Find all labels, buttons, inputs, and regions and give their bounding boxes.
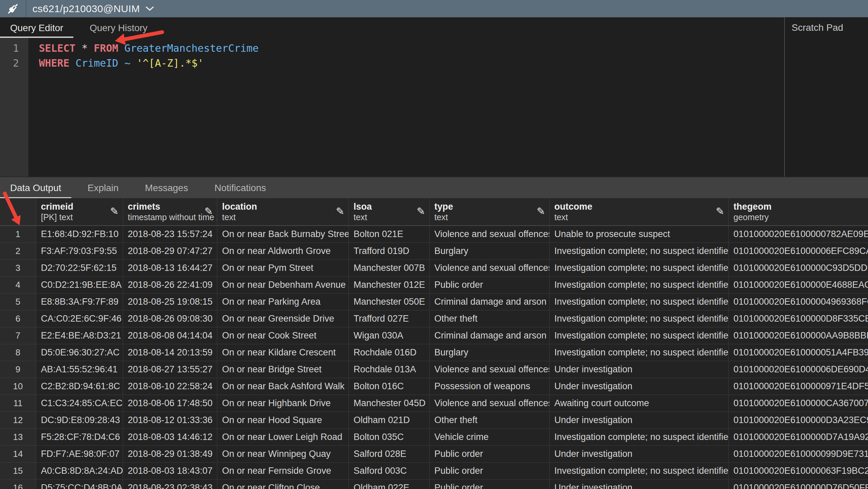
cell-lsoa[interactable]: Manchester 045D [349,395,430,412]
cell-lsoa[interactable]: Rochdale 016D [349,344,430,361]
cell-thegeom[interactable]: 0101000020E6100000D7A19A92AC23 [729,429,868,446]
cell-crimeid[interactable]: E2:E4:BE:A8:D3:21 [36,327,123,344]
row-number[interactable]: 10 [0,378,36,395]
cell-thegeom[interactable]: 0101000020E61000006DE690D442E9 [729,361,868,378]
cell-lsoa[interactable]: Salford 028E [349,446,430,463]
cell-lsoa[interactable]: Bolton 021E [349,226,430,243]
cell-lsoa[interactable]: Oldham 021D [349,412,430,429]
cell-location[interactable]: On or near Winnipeg Quay [217,446,349,463]
row-number[interactable]: 7 [0,327,36,344]
cell-type[interactable]: Criminal damage and arson [430,327,550,344]
cell-type[interactable]: Public order [430,463,550,480]
row-number[interactable]: 1 [0,226,36,243]
cell-outcome[interactable]: Under investigation [550,361,729,378]
cell-crimeid[interactable]: E1:68:4D:92:FB:10 [36,226,123,243]
cell-location[interactable]: On or near Bridge Street [217,361,349,378]
cell-location[interactable]: On or near Parking Area [217,294,349,310]
cell-lsoa[interactable]: Trafford 019D [349,243,430,260]
cell-crimeid[interactable]: AB:A1:55:52:96:41 [36,361,123,378]
cell-location[interactable]: On or near Pym Street [217,260,349,277]
cell-location[interactable]: On or near Lower Leigh Road [217,429,349,446]
cell-location[interactable]: On or near Greenside Drive [217,310,349,327]
cell-lsoa[interactable]: Manchester 050E [349,294,430,310]
cell-crimets[interactable]: 2018-08-08 04:14:04 [123,327,217,344]
cell-crimeid[interactable]: FD:F7:AE:98:0F:07 [36,446,123,463]
cell-outcome[interactable]: Investigation complete; no suspect ident… [550,463,729,480]
row-number[interactable]: 16 [0,480,36,489]
cell-crimeid[interactable]: D5:0E:96:30:27:AC [36,344,123,361]
row-number[interactable]: 2 [0,243,36,260]
cell-thegeom[interactable]: 0101000020E6100000D8F335CB65C3 [729,310,868,327]
tab-data-output[interactable]: Data Output [0,177,71,199]
tab-query-history[interactable]: Query History [79,18,158,38]
edit-pencil-icon[interactable]: ✎ [537,205,545,217]
cell-type[interactable]: Violence and sexual offences [430,260,550,277]
cell-crimets[interactable]: 2018-08-13 16:44:27 [123,260,217,277]
cell-lsoa[interactable]: Trafford 027E [349,310,430,327]
cell-crimets[interactable]: 2018-08-26 22:41:09 [123,277,217,294]
cell-crimeid[interactable]: D5:75:CC:D4:8B:0A [36,480,123,489]
cell-lsoa[interactable]: Oldham 022E [349,480,430,489]
column-header-lsoa[interactable]: lsoatext✎ [349,198,430,226]
scratchpad-divider[interactable] [784,17,785,177]
cell-location[interactable]: On or near Kildare Crescent [217,344,349,361]
cell-crimets[interactable]: 2018-08-10 22:58:24 [123,378,217,395]
chevron-down-icon[interactable] [145,6,154,11]
edit-pencil-icon[interactable]: ✎ [204,205,213,217]
cell-outcome[interactable]: Unable to prosecute suspect [550,226,729,243]
cell-location[interactable]: On or near Debenham Avenue [217,277,349,294]
cell-crimeid[interactable]: D2:70:22:5F:62:15 [36,260,123,277]
cell-type[interactable]: Possession of weapons [430,378,550,395]
cell-lsoa[interactable]: Rochdale 013A [349,361,430,378]
cell-type[interactable]: Violence and sexual offences [430,361,550,378]
column-header-location[interactable]: locationtext✎ [217,198,349,226]
cell-thegeom[interactable]: 0101000020E610000063F19BC24A25 [729,463,868,480]
cell-type[interactable]: Public order [430,446,550,463]
cell-crimets[interactable]: 2018-08-25 19:08:15 [123,294,217,310]
row-number[interactable]: 13 [0,429,36,446]
tab-query-editor[interactable]: Query Editor [0,18,73,38]
cell-lsoa[interactable]: Manchester 012E [349,277,430,294]
cell-lsoa[interactable]: Wigan 030A [349,327,430,344]
row-number[interactable]: 12 [0,412,36,429]
cell-outcome[interactable]: Investigation complete; no suspect ident… [550,327,729,344]
row-number[interactable]: 4 [0,277,36,294]
sql-code[interactable]: SELECT * FROM GreaterManchesterCrimeWHER… [28,38,259,177]
cell-thegeom[interactable]: 0101000020E6100000971E4DF5647E [729,378,868,395]
cell-outcome[interactable]: Investigation complete; no suspect ident… [550,344,729,361]
cell-crimeid[interactable]: F5:28:CF:78:D4:C6 [36,429,123,446]
tab-scratch-pad[interactable]: Scratch Pad [792,17,843,38]
edit-pencil-icon[interactable]: ✎ [336,205,344,217]
cell-crimets[interactable]: 2018-08-03 18:43:07 [123,463,217,480]
cell-location[interactable]: On or near Highbank Drive [217,395,349,412]
cell-location[interactable]: On or near Clifton Close [217,480,349,489]
cell-outcome[interactable]: Under investigation [550,412,729,429]
cell-crimeid[interactable]: C2:B2:8D:94:61:8C [36,378,123,395]
cell-location[interactable]: On or near Cook Street [217,327,349,344]
cell-type[interactable]: Violence and sexual offences [430,395,550,412]
cell-crimets[interactable]: 2018-08-03 14:46:12 [123,429,217,446]
cell-thegeom[interactable]: 0101000020E610000099D9E731CA53 [729,446,868,463]
tab-messages[interactable]: Messages [135,177,198,199]
cell-outcome[interactable]: Under investigation [550,480,729,489]
edit-pencil-icon[interactable]: ✎ [417,205,425,217]
cell-type[interactable]: Burglary [430,344,550,361]
cell-crimets[interactable]: 2018-08-06 17:48:50 [123,395,217,412]
cell-thegeom[interactable]: 0101000020E6100000E4688EACFC72 [729,277,868,294]
cell-lsoa[interactable]: Bolton 016C [349,378,430,395]
cell-crimeid[interactable]: DC:9D:E8:09:28:43 [36,412,123,429]
cell-thegeom[interactable]: 0101000020E61000004969368FC320 [729,294,868,310]
cell-type[interactable]: Public order [430,480,550,489]
cell-crimeid[interactable]: E8:8B:3A:F9:7F:89 [36,294,123,310]
cell-type[interactable]: Vehicle crime [430,429,550,446]
column-header-thegeom[interactable]: thegeomgeometry [729,198,868,226]
cell-outcome[interactable]: Awaiting court outcome [550,395,729,412]
tab-explain[interactable]: Explain [77,177,129,199]
cell-location[interactable]: On or near Hood Square [217,412,349,429]
cell-thegeom[interactable]: 0101000020E610000051A4FB390539 [729,344,868,361]
column-header-outcome[interactable]: outcometext✎ [550,198,729,226]
cell-location[interactable]: On or near Aldworth Grove [217,243,349,260]
cell-crimets[interactable]: 2018-08-23 02:38:43 [123,480,217,489]
cell-crimets[interactable]: 2018-08-12 01:33:36 [123,412,217,429]
row-number[interactable]: 9 [0,361,36,378]
